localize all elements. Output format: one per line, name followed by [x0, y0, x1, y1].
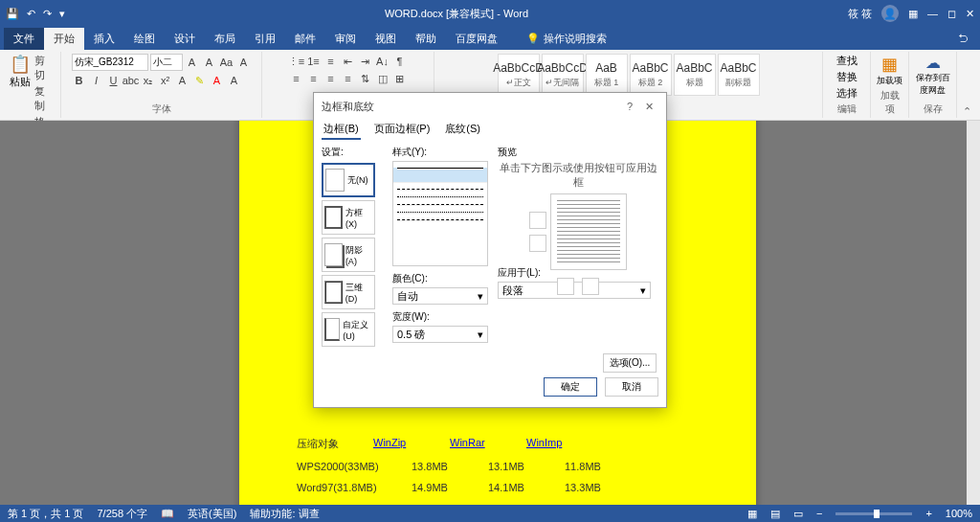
phonetic-icon[interactable]: Aa [219, 55, 234, 70]
ok-button[interactable]: 确定 [544, 377, 597, 397]
undo-icon[interactable]: ↶ [27, 8, 35, 20]
char-border-icon[interactable]: A [236, 55, 252, 70]
baidu-icon[interactable]: ☁ [925, 54, 941, 72]
highlight-icon[interactable]: ✎ [192, 73, 208, 88]
tab-home[interactable]: 开始 [44, 28, 84, 50]
shrink-font-icon[interactable]: A [202, 55, 217, 70]
tab-baidu[interactable]: 百度网盘 [446, 28, 507, 50]
zoom-in-icon[interactable]: + [925, 508, 931, 519]
bullets-icon[interactable]: ⋮≡ [289, 54, 304, 69]
word-count[interactable]: 7/258 个字 [97, 507, 147, 521]
zoom-slider[interactable] [835, 512, 912, 515]
maximize-icon[interactable]: ◻ [947, 8, 956, 20]
vertical-scrollbar[interactable] [967, 121, 980, 505]
style-listbox[interactable] [392, 161, 488, 266]
page-indicator[interactable]: 第 1 页，共 1 页 [8, 507, 83, 521]
accessibility-indicator[interactable]: 辅助功能: 调查 [250, 507, 319, 521]
superscript-icon[interactable]: x² [158, 73, 173, 88]
ribbon-display-icon[interactable]: ▦ [908, 8, 918, 20]
multilevel-icon[interactable]: ≡ [323, 54, 339, 69]
indent-dec-icon[interactable]: ⇤ [341, 54, 356, 69]
grow-font-icon[interactable]: A [185, 55, 200, 70]
tab-help[interactable]: 帮助 [406, 28, 446, 50]
tab-references[interactable]: 引用 [245, 28, 285, 50]
font-color-icon[interactable]: A [210, 73, 225, 88]
preview-panel[interactable] [550, 193, 627, 270]
strike-icon[interactable]: abc [123, 73, 139, 88]
sort-icon[interactable]: A↓ [375, 54, 390, 69]
web-layout-icon[interactable]: ▭ [793, 508, 803, 520]
style-item[interactable]: AaB标题 1 [586, 54, 628, 96]
border-bottom-button[interactable] [529, 235, 546, 252]
preset-none[interactable]: 无(N) [322, 163, 375, 197]
tab-draw[interactable]: 绘图 [124, 28, 165, 50]
tab-layout[interactable]: 布局 [205, 28, 245, 50]
options-button[interactable]: 选项(O)... [603, 353, 657, 373]
tell-me-search[interactable]: 💡 操作说明搜索 [526, 32, 607, 46]
preset-box[interactable]: 方框(X) [322, 200, 375, 235]
bold-icon[interactable]: B [72, 73, 87, 88]
style-item[interactable]: AaBbCcD↵无间隔 [542, 54, 584, 96]
tab-mailings[interactable]: 邮件 [285, 28, 325, 50]
font-size-combo[interactable]: 小二 [150, 54, 183, 71]
tab-view[interactable]: 视图 [366, 28, 406, 50]
zoom-out-icon[interactable]: − [816, 508, 822, 519]
align-right-icon[interactable]: ≡ [323, 71, 339, 86]
show-marks-icon[interactable]: ¶ [392, 54, 408, 69]
zoom-value[interactable]: 100% [946, 508, 972, 519]
tab-page-border[interactable]: 页面边框(P) [372, 120, 433, 140]
align-left-icon[interactable]: ≡ [289, 71, 304, 86]
text-effects-icon[interactable]: A [175, 73, 190, 88]
print-layout-icon[interactable]: ▦ [747, 508, 757, 520]
copy-button[interactable]: 复制 [34, 84, 55, 113]
read-mode-icon[interactable]: ▤ [770, 508, 780, 520]
align-center-icon[interactable]: ≡ [306, 71, 322, 86]
border-right-button[interactable] [582, 278, 599, 295]
help-icon[interactable]: ? [620, 101, 639, 112]
underline-icon[interactable]: U [106, 73, 122, 88]
save-icon[interactable]: 💾 [6, 8, 19, 20]
italic-icon[interactable]: I [89, 73, 104, 88]
justify-icon[interactable]: ≡ [341, 71, 356, 86]
user-avatar[interactable]: 👤 [881, 5, 899, 22]
tab-design[interactable]: 设计 [165, 28, 205, 50]
borders-icon[interactable]: ⊞ [392, 71, 408, 86]
close-icon[interactable]: ✕ [966, 8, 974, 20]
find-button[interactable]: 查找 [836, 54, 858, 68]
subscript-icon[interactable]: x₂ [141, 73, 156, 88]
char-shading-icon[interactable]: A [227, 73, 242, 88]
dialog-close-icon[interactable]: ✕ [639, 101, 658, 113]
indent-inc-icon[interactable]: ⇥ [358, 54, 373, 69]
tab-border[interactable]: 边框(B) [322, 120, 361, 140]
style-item[interactable]: AaBbC副标题 [718, 54, 760, 96]
numbering-icon[interactable]: 1≡ [306, 54, 322, 69]
replace-button[interactable]: 替换 [836, 70, 858, 84]
tab-review[interactable]: 审阅 [325, 28, 366, 50]
style-item[interactable]: AaBbC标题 2 [630, 54, 672, 96]
border-top-button[interactable] [529, 212, 546, 229]
style-item[interactable]: AaBbC标题 [674, 54, 716, 96]
preset-shadow[interactable]: 阴影(A) [322, 238, 375, 272]
addin-icon[interactable]: ▦ [881, 54, 898, 75]
tab-shading[interactable]: 底纹(S) [443, 120, 482, 140]
cancel-button[interactable]: 取消 [605, 377, 658, 397]
tab-file[interactable]: 文件 [4, 28, 44, 50]
shading-icon[interactable]: ◫ [375, 71, 390, 86]
preset-3d[interactable]: 三维(D) [322, 275, 375, 309]
preset-custom[interactable]: 自定义(U) [322, 312, 375, 347]
border-left-button[interactable] [557, 278, 574, 295]
redo-icon[interactable]: ↷ [43, 8, 52, 20]
style-item[interactable]: AaBbCcD↵正文 [498, 54, 540, 96]
save-baidu-button[interactable]: 保存到百度网盘 [912, 72, 954, 97]
language-indicator[interactable]: 英语(美国) [188, 507, 236, 521]
font-name-combo[interactable]: 仿宋_GB2312 [72, 54, 148, 71]
addin-button[interactable]: 加载项 [877, 75, 902, 87]
user-name[interactable]: 筱 筱 [848, 7, 872, 21]
share-icon[interactable]: ⮌ [958, 33, 969, 44]
collapse-ribbon-icon[interactable]: ⌃ [957, 52, 976, 118]
select-button[interactable]: 选择 [836, 86, 858, 101]
color-combo[interactable]: 自动▾ [392, 287, 488, 305]
width-combo[interactable]: 0.5 磅▾ [392, 326, 488, 343]
cut-button[interactable]: 剪切 [34, 54, 55, 82]
tab-insert[interactable]: 插入 [84, 28, 124, 50]
